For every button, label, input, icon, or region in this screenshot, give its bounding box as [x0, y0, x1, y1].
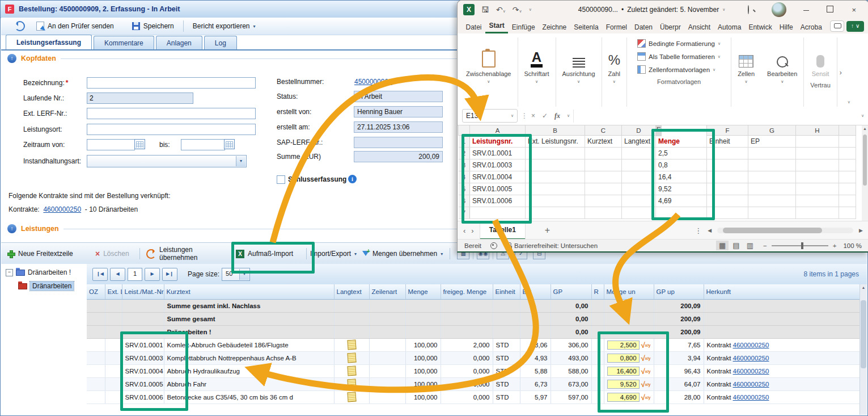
normal-view-icon[interactable]: ▦ [716, 241, 729, 250]
tab-log[interactable]: Log [204, 36, 237, 50]
zoom-level[interactable]: 100 % [843, 242, 862, 249]
scroll-up-icon[interactable]: ▲ [860, 285, 867, 289]
alignment-group[interactable]: Ausrichtung∨ [556, 36, 602, 109]
tab-leistungserfassung[interactable]: Leistungserfassung [6, 35, 92, 50]
macro-record-icon[interactable] [490, 242, 497, 249]
calculator-icon[interactable]: √x/y [641, 394, 651, 401]
last-page-button[interactable]: ▶❙ [162, 268, 177, 281]
sheet-next-icon[interactable]: › [471, 226, 473, 235]
ribbon-tab-entwicklertools[interactable]: Entwick [745, 21, 776, 33]
calculator-icon[interactable]: √x/y [641, 342, 651, 349]
export-report-button[interactable]: Bericht exportieren▾ [187, 19, 261, 33]
first-page-button[interactable]: ❙◀ [92, 268, 108, 281]
scroll-up-icon[interactable]: ▲ [863, 127, 867, 131]
horizontal-scrollbar[interactable] [717, 228, 853, 233]
kontrakt-link[interactable]: 4600000250 [43, 205, 81, 213]
format-as-table-button[interactable]: Als Tabelle formatieren∨ [637, 52, 721, 61]
tree-item-child[interactable]: Dränarbeiten [18, 281, 74, 291]
autosave-save-icon[interactable]: 🖫 [481, 5, 489, 14]
tab-anlagen[interactable]: Anlagen [156, 36, 202, 50]
select-all-corner[interactable] [459, 125, 470, 136]
editing-group[interactable]: Bearbeiten∨ [761, 36, 803, 109]
add-sheet-icon[interactable]: + [545, 225, 550, 236]
bestellnummer-link[interactable]: 4500000909 [354, 78, 392, 86]
collapse-ribbon-button[interactable]: ∨ [844, 36, 854, 109]
table-row[interactable]: SRV.01.0001Komlett-Abbruch Gebäudeteil 1… [87, 339, 862, 352]
cell-styles-button[interactable]: Zellenformatvorlagen∨ [637, 65, 721, 74]
menge-input[interactable]: 16,400 [607, 367, 640, 376]
info-icon[interactable]: i [348, 175, 357, 183]
page-break-view-icon[interactable]: ▥ [744, 241, 756, 250]
scrollbar-thumb[interactable] [861, 300, 866, 368]
kontrakt-link[interactable]: 4600000250 [733, 355, 769, 362]
zoom-slider-thumb[interactable] [801, 242, 803, 249]
zoom-out-icon[interactable]: − [763, 242, 767, 249]
redo-button[interactable]: ↷∨ [513, 5, 522, 14]
undo-button[interactable]: ↶∨ [496, 5, 506, 14]
calendar-icon[interactable] [224, 139, 235, 149]
close-button[interactable]: × [845, 6, 862, 14]
kontrakt-link[interactable]: 4600000250 [733, 394, 769, 401]
ribbon-tab-zeichnen[interactable]: Zeichne [539, 21, 570, 33]
send-to-reviewer-button[interactable]: An den Prüfer senden [31, 19, 120, 33]
ribbon-tab-daten[interactable]: Daten [630, 21, 656, 33]
save-button[interactable]: Speichern [126, 19, 180, 33]
table-scrollbar[interactable]: ▲ [859, 284, 867, 415]
comments-icon[interactable] [830, 20, 844, 32]
aufmass-import-button[interactable]: XAufmaß-Import [236, 246, 303, 261]
cancel-icon[interactable]: × [531, 112, 535, 120]
ribbon-tab-start[interactable]: Start [485, 19, 508, 33]
page-size-select[interactable]: 50▾ [222, 268, 250, 281]
leistungen-uebernehmen-button[interactable]: Leistungen übernehmen [146, 246, 232, 261]
table-row[interactable]: SRV.01.0003Komplettabbruch Nottreppenhau… [87, 352, 862, 365]
number-group[interactable]: %Zahl∨ [602, 36, 626, 109]
hscroll-left-icon[interactable]: ◀ [708, 228, 712, 233]
maximize-button[interactable] [822, 6, 839, 14]
collapse-section-icon[interactable]: ↑ [7, 54, 16, 63]
menge-input[interactable]: 2,500 [607, 341, 640, 350]
sheet-row[interactable]: 6SRV.01.00064,69 [459, 195, 856, 207]
table-row[interactable]: SRV.01.0005Abbruch Fahr100,0000,000STD6,… [87, 378, 862, 391]
zoom-in-icon[interactable]: + [833, 242, 837, 249]
menge-input[interactable]: 0,800 [607, 354, 640, 363]
sheet-row[interactable]: 2SRV.01.00012,5 [459, 148, 856, 159]
bezeichnung-input[interactable] [87, 77, 256, 89]
font-group[interactable]: ASchriftart∨ [518, 36, 556, 109]
mengen-uebernehmen-button[interactable]: Mengen übernehmen▾ [362, 246, 443, 261]
ext-lerf-input[interactable] [87, 108, 256, 119]
sheet-tab-tabelle1[interactable]: Tabelle1 [480, 221, 526, 240]
zoom-slider[interactable] [772, 245, 828, 246]
share-button[interactable]: ↑ ∨ [846, 21, 864, 32]
minimize-button[interactable] [798, 6, 815, 14]
sheet-row[interactable]: 7 [459, 207, 856, 219]
table-row[interactable]: SRV.01.0006Betondecke aus C35/45, 30 cm … [87, 391, 862, 404]
prev-page-button[interactable]: ◀ [110, 268, 125, 281]
ribbon-tab-datei[interactable]: Datei [462, 21, 485, 33]
refresh-button[interactable] [9, 19, 31, 33]
sheet-row[interactable]: 5SRV.01.00059,52 [459, 183, 856, 195]
calculator-icon[interactable]: √x/y [641, 368, 651, 375]
ribbon-tab-hilfe[interactable]: Hilfe [776, 21, 797, 33]
chevron-down-icon[interactable]: ∨ [722, 7, 725, 12]
formula-input[interactable] [573, 110, 853, 123]
next-page-button[interactable]: ▶ [145, 268, 160, 281]
kontrakt-link[interactable]: 4600000250 [733, 381, 769, 388]
ribbon-tab-einfuegen[interactable]: Einfüge [508, 21, 539, 33]
page-layout-view-icon[interactable]: ▤ [730, 241, 742, 250]
sheet-row[interactable]: 3SRV.01.00030,8 [459, 159, 856, 171]
collapse-section-icon[interactable]: ↑ [7, 224, 16, 233]
tab-kommentare[interactable]: Kommentare [94, 36, 154, 50]
excel-vscrollbar[interactable]: ▲ [862, 125, 868, 221]
accessibility-status[interactable]: Barrierefreiheit: Untersuchen [506, 242, 598, 249]
scrollbar-thumb[interactable] [863, 135, 867, 186]
avatar[interactable] [772, 2, 786, 17]
calendar-icon[interactable] [134, 139, 145, 149]
sheet-row[interactable]: 4SRV.01.000416,4 [459, 171, 856, 183]
fx-icon[interactable]: fx [554, 112, 560, 120]
scrollbar-thumb[interactable] [723, 228, 822, 233]
conditional-formatting-button[interactable]: Bedingte Formatierung∨ [637, 39, 721, 48]
kontrakt-link[interactable]: 4600000250 [733, 342, 769, 348]
sheet-prev-icon[interactable]: ‹ [463, 226, 465, 235]
menge-input[interactable]: 9,520 [607, 380, 640, 389]
langtext-note-icon[interactable] [347, 352, 356, 363]
